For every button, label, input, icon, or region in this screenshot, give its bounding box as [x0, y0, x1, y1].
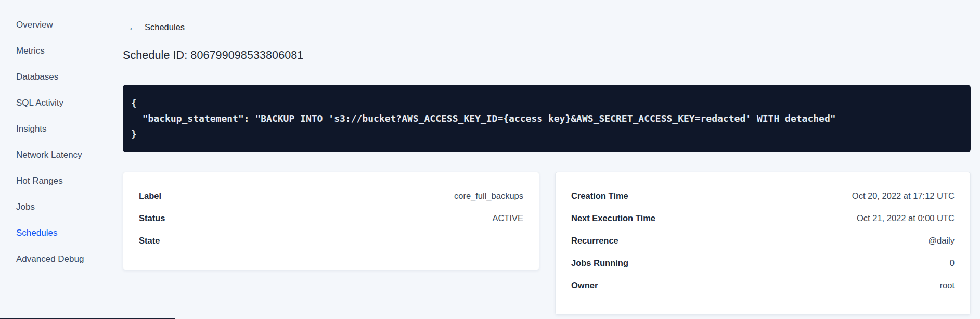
row-label: State — [139, 236, 160, 246]
table-row: Jobs Running 0 — [571, 252, 955, 274]
row-label: Recurrence — [571, 236, 618, 246]
back-link-label: Schedules — [145, 22, 185, 32]
code-line: "backup_statement": "BACKUP INTO 's3://b… — [131, 111, 962, 126]
code-line: { — [131, 95, 962, 111]
row-value: Oct 20, 2022 at 17:12 UTC — [852, 191, 955, 201]
row-value: 0 — [950, 258, 955, 268]
row-value: Oct 21, 2022 at 0:00 UTC — [857, 213, 955, 223]
table-row: State — [139, 229, 523, 252]
table-row: Owner root — [571, 274, 955, 297]
sidebar-item-sql-activity[interactable]: SQL Activity — [0, 90, 123, 116]
row-value: @daily — [928, 236, 955, 246]
row-value: ACTIVE — [492, 213, 523, 223]
row-value: core_full_backups — [454, 191, 523, 201]
sidebar-item-overview[interactable]: Overview — [0, 12, 123, 38]
sidebar-nav: Overview Metrics Databases SQL Activity … — [0, 0, 123, 319]
row-label: Status — [139, 213, 165, 223]
row-label: Owner — [571, 280, 598, 290]
sidebar-item-insights[interactable]: Insights — [0, 116, 123, 142]
schedule-definition-code-block: { "backup_statement": "BACKUP INTO 's3:/… — [123, 85, 971, 152]
sidebar-item-advanced-debug[interactable]: Advanced Debug — [0, 246, 123, 272]
row-label: Next Execution Time — [571, 213, 655, 223]
table-row: Next Execution Time Oct 21, 2022 at 0:00… — [571, 207, 955, 229]
row-label: Label — [139, 191, 161, 201]
code-line: } — [131, 126, 962, 142]
schedule-timing-card: Creation Time Oct 20, 2022 at 17:12 UTC … — [555, 172, 971, 315]
sidebar-item-databases[interactable]: Databases — [0, 64, 123, 90]
row-label: Creation Time — [571, 191, 628, 201]
arrow-left-icon: ← — [128, 22, 138, 32]
sidebar-item-network-latency[interactable]: Network Latency — [0, 142, 123, 168]
table-row: Status ACTIVE — [139, 207, 523, 229]
page-title: Schedule ID: 806799098533806081 — [123, 48, 971, 62]
row-label: Jobs Running — [571, 258, 628, 268]
table-row: Label core_full_backups — [139, 185, 523, 207]
table-row: Recurrence @daily — [571, 229, 955, 252]
summary-cards: Label core_full_backups Status ACTIVE St… — [123, 172, 971, 315]
sidebar-item-metrics[interactable]: Metrics — [0, 38, 123, 64]
main-content: ← Schedules Schedule ID: 806799098533806… — [123, 0, 971, 315]
sidebar-item-hot-ranges[interactable]: Hot Ranges — [0, 168, 123, 194]
sidebar-item-jobs[interactable]: Jobs — [0, 194, 123, 220]
sidebar-item-schedules[interactable]: Schedules — [0, 220, 123, 246]
row-value: root — [940, 280, 955, 290]
back-link[interactable]: ← Schedules — [123, 21, 185, 33]
schedule-info-card: Label core_full_backups Status ACTIVE St… — [123, 172, 539, 270]
table-row: Creation Time Oct 20, 2022 at 17:12 UTC — [571, 185, 955, 207]
